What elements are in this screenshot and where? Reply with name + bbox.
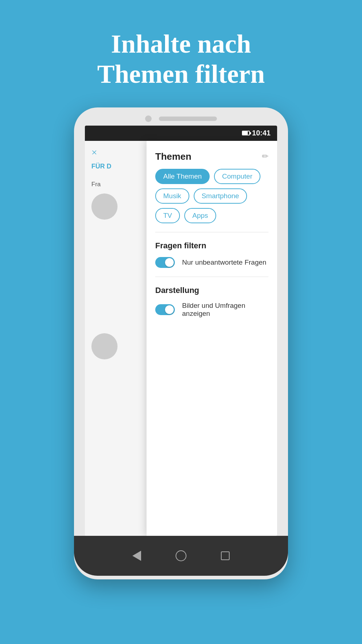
toggle-2-label: Bilder und Umfragen anzeigen [182, 302, 268, 318]
nav-back-button[interactable] [131, 550, 143, 562]
phone-device: 10:41 × FÜR D Fra Themen ✏ [74, 107, 288, 579]
bg-section-label: Fra [91, 181, 101, 188]
tag-computer[interactable]: Computer [214, 169, 260, 184]
bg-tab-label: FÜR D [91, 163, 111, 170]
tag-tv[interactable]: TV [155, 208, 180, 223]
section-fragen-label: Fragen filtern [147, 241, 277, 250]
tags-container: Alle Themen Computer Musik Smartphone TV… [147, 169, 277, 223]
tag-musik[interactable]: Musik [155, 188, 189, 204]
status-bar: 10:41 [85, 126, 277, 141]
panel-title: Themen [155, 151, 192, 162]
phone-screen: 10:41 × FÜR D Fra Themen ✏ [85, 126, 277, 536]
avatar-2 [91, 333, 118, 359]
divider-2 [155, 277, 268, 277]
toggle-unanswered[interactable] [155, 257, 175, 268]
headline: Inhalte nach Themen filtern [54, 29, 308, 89]
screen-content: × FÜR D Fra Themen ✏ Alle Themen [85, 141, 277, 536]
toggle-row-1: Nur unbeantwortete Fragen [147, 257, 277, 268]
back-icon [132, 551, 141, 561]
toggle-1-label: Nur unbeantwortete Fragen [182, 258, 266, 266]
nav-recent-button[interactable] [219, 550, 231, 562]
section-darstellung-label: Darstellung [147, 286, 277, 295]
edit-icon[interactable]: ✏ [262, 152, 268, 161]
panel-header: Themen ✏ [147, 141, 277, 169]
divider-1 [155, 232, 268, 232]
phone-camera [145, 115, 152, 122]
toggle-row-2: Bilder und Umfragen anzeigen [147, 302, 277, 318]
close-button[interactable]: × [91, 147, 97, 158]
tag-alle-themen[interactable]: Alle Themen [155, 169, 210, 184]
toggle-knob-1 [165, 258, 174, 267]
filter-panel: Themen ✏ Alle Themen Computer Musik Smar… [147, 141, 277, 536]
phone-speaker [159, 117, 217, 121]
page-wrapper: Inhalte nach Themen filtern 10:41 × [0, 0, 362, 644]
home-icon [176, 550, 186, 561]
phone-bottom-nav [74, 536, 288, 576]
phone-top-bar [74, 107, 288, 126]
status-time: 10:41 [252, 129, 271, 137]
tag-smartphone[interactable]: Smartphone [194, 188, 247, 204]
tag-apps[interactable]: Apps [184, 208, 216, 223]
battery-icon [242, 131, 250, 135]
nav-home-button[interactable] [175, 550, 187, 562]
toggle-images[interactable] [155, 304, 175, 315]
recent-icon [221, 551, 230, 560]
toggle-knob-2 [165, 305, 174, 314]
avatar-1 [91, 193, 118, 220]
